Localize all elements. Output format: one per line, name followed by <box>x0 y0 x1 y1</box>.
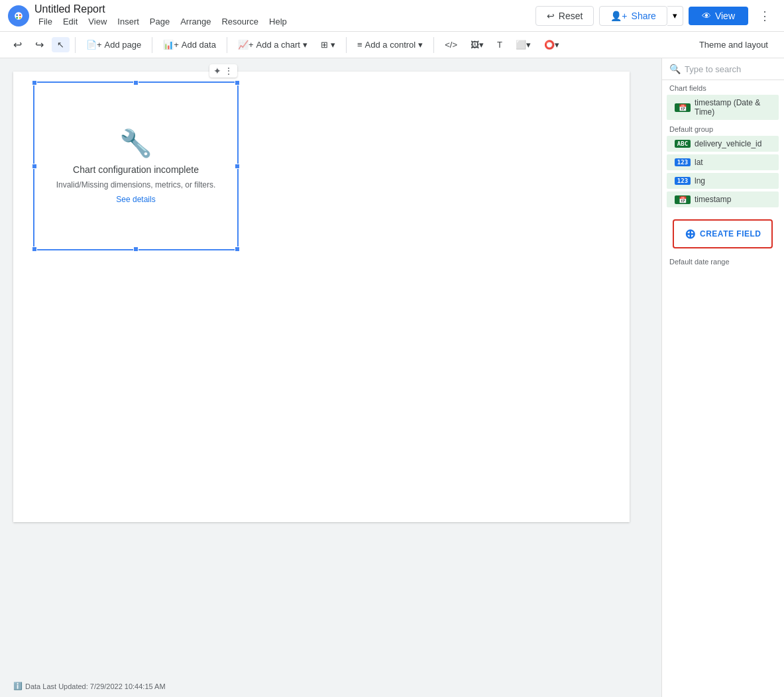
create-field-label: CREATE FIELD <box>700 229 761 239</box>
image-icon: 🖼▾ <box>471 40 484 50</box>
share-dropdown-button[interactable]: ▾ <box>667 6 683 26</box>
separator-2 <box>152 37 152 53</box>
svg-point-3 <box>16 17 18 19</box>
menu-view[interactable]: View <box>84 15 111 28</box>
svg-point-0 <box>15 12 23 20</box>
menu-resource[interactable]: Resource <box>217 15 262 28</box>
search-icon: 🔍 <box>669 64 681 74</box>
chart-grid-dropdown-icon: ▾ <box>331 40 335 50</box>
top-actions: ↩ Reset 👤+ Share ▾ 👁 View ⋮ <box>535 6 776 26</box>
separator-5 <box>433 37 434 53</box>
main: ✦ ⋮ 🔧 Chart configuration incomplete <box>0 58 784 697</box>
field-item-lat[interactable]: 123 lat <box>667 154 779 170</box>
add-data-button[interactable]: 📊+ Add data <box>158 37 221 52</box>
add-page-button[interactable]: 📄+ Add page <box>81 37 146 52</box>
undo-button[interactable]: ↩ <box>8 36 27 54</box>
grid-icon: ⊞ <box>321 40 328 50</box>
reset-icon: ↩ <box>547 11 555 21</box>
chart-widget[interactable]: ✦ ⋮ 🔧 Chart configuration incomplete <box>33 81 239 250</box>
control-dropdown-icon: ▾ <box>418 40 423 50</box>
add-chart-button[interactable]: 📈+ Add a chart ▾ <box>233 37 313 52</box>
report-title[interactable]: Untitled Report <box>34 3 530 15</box>
more-chart-icon[interactable]: ⋮ <box>224 66 233 76</box>
field-item-timestamp-datetime[interactable]: 📅 timestamp (Date & Time) <box>667 95 779 120</box>
separator-4 <box>346 37 347 53</box>
redo-icon: ↪ <box>35 38 44 51</box>
control-icon: ≡ <box>357 40 363 50</box>
pin-icon[interactable]: ✦ <box>213 66 221 76</box>
share-icon: 👤+ <box>610 11 627 21</box>
more-shapes-icon: ⭕▾ <box>544 40 559 50</box>
num-field-icon-lat: 123 <box>675 158 691 166</box>
svg-point-1 <box>16 14 18 16</box>
canvas-page: ✦ ⋮ 🔧 Chart configuration incomplete <box>13 72 630 522</box>
default-date-range-label: Default date range <box>661 254 784 270</box>
abc-field-icon: ABC <box>675 140 691 148</box>
field-search-overlay: 🔍 Chart fields 📅 timestamp (Date & Time)… <box>661 58 784 697</box>
share-group: 👤+ Share ▾ <box>599 6 683 26</box>
text-icon: T <box>497 40 502 50</box>
right-panel: Google Maps ∧ 1,168 <box>661 58 784 697</box>
menu-insert[interactable]: Insert <box>113 15 143 28</box>
add-control-button[interactable]: ≡ Add a control ▾ <box>352 37 428 52</box>
more-button[interactable]: ⋮ <box>754 6 776 26</box>
code-icon: </> <box>445 40 457 50</box>
image-button[interactable]: 🖼▾ <box>465 37 489 52</box>
menu-help[interactable]: Help <box>265 15 291 28</box>
default-group-section-label: Default group <box>661 121 784 134</box>
undo-icon: ↩ <box>13 38 22 51</box>
info-icon: ℹ️ <box>13 682 23 690</box>
redo-button[interactable]: ↪ <box>30 36 49 54</box>
code-button[interactable]: </> <box>439 37 463 52</box>
menu-arrange[interactable]: Arrange <box>176 15 215 28</box>
reset-button[interactable]: ↩ Reset <box>535 6 594 26</box>
menu-file[interactable]: File <box>34 15 56 28</box>
menu-bar: File Edit View Insert Page Arrange Resou… <box>34 15 530 28</box>
shape-icon: ⬜▾ <box>516 40 531 50</box>
add-chart-icon: 📈+ <box>238 40 254 50</box>
eye-icon: 👁 <box>702 11 711 21</box>
add-data-icon: 📊+ <box>163 40 179 50</box>
wrench-icon: 🔧 <box>119 128 152 159</box>
cursor-button[interactable]: ↖ <box>52 37 70 52</box>
toolbar: ↩ ↪ ↖ 📄+ Add page 📊+ Add data 📈+ Add a c… <box>0 32 784 58</box>
date-field-icon-timestamp: 📅 <box>675 195 691 204</box>
view-button[interactable]: 👁 View <box>689 7 748 25</box>
data-last-updated: ℹ️ Data Last Updated: 7/29/2022 10:44:15… <box>13 682 166 690</box>
create-field-button[interactable]: ⊕ CREATE FIELD <box>673 219 773 248</box>
top-bar: Untitled Report File Edit View Insert Pa… <box>0 0 784 32</box>
shape-button[interactable]: ⬜▾ <box>510 37 536 52</box>
field-search-input[interactable] <box>685 64 784 74</box>
share-button[interactable]: 👤+ Share <box>599 6 667 26</box>
svg-point-4 <box>19 17 21 19</box>
chart-content: 🔧 Chart configuration incomplete Invalid… <box>34 83 237 249</box>
title-section: Untitled Report File Edit View Insert Pa… <box>34 3 530 28</box>
cursor-icon: ↖ <box>57 40 64 50</box>
canvas-area[interactable]: ✦ ⋮ 🔧 Chart configuration incomplete <box>0 58 661 697</box>
chart-incomplete-desc: Invalid/Missing dimensions, metrics, or … <box>56 180 216 189</box>
separator-1 <box>75 37 76 53</box>
field-item-lng[interactable]: 123 lng <box>667 173 779 189</box>
create-field-plus-icon: ⊕ <box>685 226 697 242</box>
text-button[interactable]: T <box>492 37 508 52</box>
field-item-timestamp[interactable]: 📅 timestamp <box>667 191 779 207</box>
add-page-icon: 📄+ <box>86 40 102 50</box>
chart-incomplete-title: Chart configuration incomplete <box>73 164 199 175</box>
field-item-delivery-vehicle-id[interactable]: ABC delivery_vehicle_id <box>667 136 779 152</box>
search-input-wrap: 🔍 <box>661 58 784 80</box>
chart-toolbar: ✦ ⋮ <box>209 64 237 78</box>
svg-point-2 <box>19 14 21 16</box>
num-field-icon-lng: 123 <box>675 177 691 185</box>
separator-3 <box>227 37 227 53</box>
date-field-icon: 📅 <box>675 103 691 112</box>
chart-grid-button[interactable]: ⊞ ▾ <box>315 37 341 52</box>
menu-page[interactable]: Page <box>146 15 174 28</box>
chart-fields-section-label: Chart fields <box>661 80 784 93</box>
app-logo <box>8 5 29 27</box>
add-chart-dropdown-icon: ▾ <box>303 40 308 50</box>
theme-layout-button[interactable]: Theme and layout <box>691 37 776 52</box>
see-details-link[interactable]: See details <box>116 195 155 204</box>
more-shapes-button[interactable]: ⭕▾ <box>539 37 565 52</box>
menu-edit[interactable]: Edit <box>59 15 82 28</box>
